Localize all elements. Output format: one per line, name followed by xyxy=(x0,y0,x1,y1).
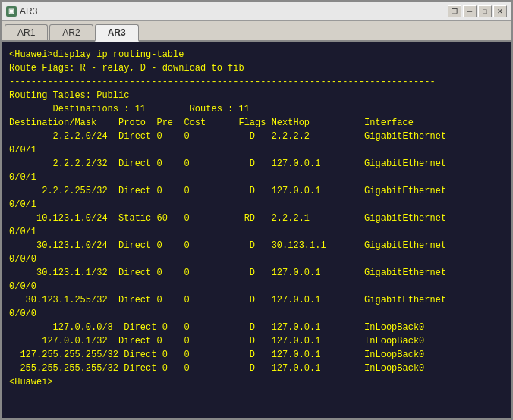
terminal-line: 2.2.2.2/32 Direct 0 0 D 127.0.0.1 Gigabi… xyxy=(9,157,504,171)
tab-ar3[interactable]: AR3 xyxy=(95,24,139,42)
terminal-line: 30.123.1.1/32 Direct 0 0 D 127.0.0.1 Gig… xyxy=(9,266,504,280)
close-button[interactable]: ✕ xyxy=(493,5,507,17)
minimize-button[interactable]: ─ xyxy=(463,5,477,17)
tab-ar1[interactable]: AR1 xyxy=(5,24,48,40)
terminal-line: 0/0/1 xyxy=(9,198,504,212)
terminal-line: 30.123.1.0/24 Direct 0 0 D 30.123.1.1 Gi… xyxy=(9,239,504,252)
terminal-content: <Huawei>display ip routing-tableRoute Fl… xyxy=(2,42,511,418)
terminal-line: 30.123.1.255/32 Direct 0 0 D 127.0.0.1 G… xyxy=(9,293,504,307)
terminal-line: 2.2.2.0/24 Direct 0 0 D 2.2.2.2 GigabitE… xyxy=(9,130,504,143)
terminal-line: <Huawei>display ip routing-table xyxy=(9,48,504,61)
terminal-line: Destinations : 11 Routes : 11 xyxy=(9,102,504,116)
terminal-line: 0/0/0 xyxy=(9,280,504,293)
terminal-line: 2.2.2.255/32 Direct 0 0 D 127.0.0.1 Giga… xyxy=(9,184,504,198)
main-window: ▣ AR3 ❐ ─ □ ✕ AR1 AR2 AR3 <Huawei>displa… xyxy=(0,0,513,420)
terminal-line: 0/0/1 xyxy=(9,143,504,157)
terminal-line: ----------------------------------------… xyxy=(9,75,504,89)
terminal-line: 127.0.0.1/32 Direct 0 0 D 127.0.0.1 InLo… xyxy=(9,334,504,348)
terminal-line: 10.123.1.0/24 Static 60 0 RD 2.2.2.1 Gig… xyxy=(9,212,504,225)
maximize-button[interactable]: □ xyxy=(478,5,492,17)
terminal-line: 0/0/0 xyxy=(9,307,504,321)
tab-ar2[interactable]: AR2 xyxy=(49,24,93,40)
terminal-line: 0/0/1 xyxy=(9,171,504,184)
terminal-line: 0/0/1 xyxy=(9,225,504,239)
terminal-line: Routing Tables: Public xyxy=(9,89,504,102)
terminal-line: 255.255.255.255/32 Direct 0 0 D 127.0.0.… xyxy=(9,362,504,375)
terminal-line: 127.0.0.0/8 Direct 0 0 D 127.0.0.1 InLoo… xyxy=(9,321,504,334)
terminal-line: 0/0/0 xyxy=(9,252,504,266)
app-icon: ▣ xyxy=(6,6,17,17)
title-bar-left: ▣ AR3 xyxy=(6,6,37,17)
window-title: AR3 xyxy=(20,6,37,17)
terminal-line: Route Flags: R - relay, D - download to … xyxy=(9,61,504,75)
terminal-line: 127.255.255.255/32 Direct 0 0 D 127.0.0.… xyxy=(9,348,504,362)
title-controls: ❐ ─ □ ✕ xyxy=(448,5,507,17)
title-bar: ▣ AR3 ❐ ─ □ ✕ xyxy=(2,2,511,21)
terminal-line: <Huawei> xyxy=(9,375,504,389)
tab-bar: AR1 AR2 AR3 xyxy=(2,21,511,42)
terminal-line: Destination/Mask Proto Pre Cost Flags Ne… xyxy=(9,116,504,130)
restore-button[interactable]: ❐ xyxy=(448,5,461,17)
